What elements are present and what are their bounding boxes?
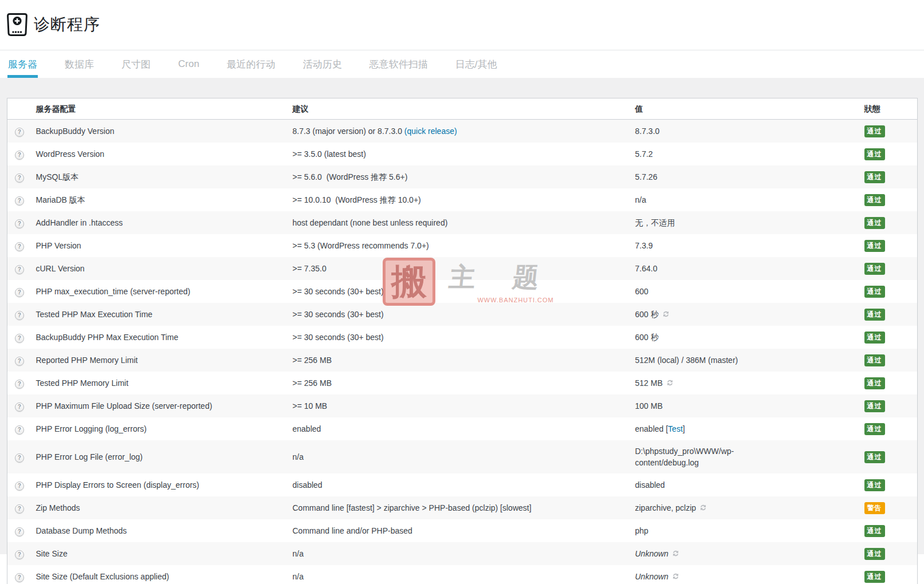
- table-row: ? PHP Version >= 5.3 (WordPress recommen…: [7, 234, 918, 257]
- help-icon[interactable]: ?: [15, 482, 24, 491]
- value-text: 8.7.3.0: [635, 127, 660, 136]
- value-text: ziparchive, pclzip: [635, 503, 697, 512]
- suggestion-text: >= 30 seconds (30+ best): [293, 287, 384, 296]
- table-row: ? PHP max_execution_time (server-reporte…: [7, 280, 918, 303]
- status-badge: 通过: [864, 240, 885, 252]
- tab-cron[interactable]: Cron: [178, 50, 199, 78]
- value-text: 7.64.0: [635, 264, 658, 273]
- value-text: php: [635, 526, 648, 535]
- value-end: ]: [683, 424, 685, 433]
- suggestion-text: >= 10 MB: [293, 401, 328, 411]
- diagnostics-page: 诊断程序 服务器数据库尺寸图Cron最近的行动活动历史恶意软件扫描日志/其他 服…: [0, 0, 924, 584]
- help-icon[interactable]: ?: [15, 403, 24, 412]
- value-text: 5.7.26: [635, 172, 658, 181]
- table-row: ? MySQL版本 >= 5.6.0 (WordPress 推荐 5.6+) 5…: [7, 165, 918, 188]
- help-icon[interactable]: ?: [15, 334, 24, 343]
- suggestion-text: >= 256 MB: [293, 356, 332, 365]
- refresh-icon[interactable]: [662, 309, 670, 321]
- tab-database[interactable]: 数据库: [65, 50, 94, 78]
- config-label: Zip Methods: [36, 503, 80, 512]
- col-status: 狀態: [864, 98, 918, 120]
- status-badge: 通过: [864, 479, 885, 491]
- config-label: WordPress Version: [36, 149, 105, 159]
- status-badge: 通过: [864, 217, 885, 229]
- config-label: Tested PHP Memory Limit: [36, 378, 129, 388]
- help-icon[interactable]: ?: [15, 425, 24, 435]
- table-row: ? Site Size n/a Unknown 通过: [7, 542, 918, 565]
- table-row: ? Site Size (Default Exclusions applied)…: [7, 565, 918, 584]
- config-label: PHP Display Errors to Screen (display_er…: [36, 480, 199, 490]
- value-text: D:\phpstudy_pro\WWW/wp-: [635, 447, 734, 456]
- help-icon[interactable]: ?: [15, 311, 24, 320]
- backupbuddy-diagnostics-icon: [6, 13, 29, 37]
- config-label: AddHandler in .htaccess: [36, 218, 123, 227]
- suggestion-text: >= 10.0.10 (WordPress 推荐 10.0+): [293, 195, 421, 204]
- refresh-icon[interactable]: [672, 549, 679, 560]
- help-icon[interactable]: ?: [15, 196, 24, 206]
- status-badge: 通过: [864, 400, 885, 412]
- refresh-icon[interactable]: [699, 503, 707, 514]
- status-badge: 通过: [864, 194, 885, 206]
- suggestion-text: >= 30 seconds (30+ best): [293, 310, 384, 319]
- status-badge: 通过: [864, 148, 885, 160]
- value-text: 5.7.2: [635, 149, 653, 159]
- help-icon[interactable]: ?: [15, 173, 24, 183]
- status-badge: 通过: [864, 125, 885, 137]
- help-icon[interactable]: ?: [15, 550, 24, 559]
- status-badge: 警告: [864, 502, 885, 514]
- help-icon[interactable]: ?: [15, 357, 24, 366]
- suggestion-text: >= 5.6.0 (WordPress 推荐 5.6+): [293, 172, 408, 181]
- tab-size-map[interactable]: 尺寸图: [121, 50, 151, 78]
- status-badge: 通过: [864, 354, 885, 366]
- config-label: PHP Error Log File (error_log): [36, 452, 143, 461]
- tab-logs-other[interactable]: 日志/其他: [455, 50, 497, 78]
- table-row: ? BackupBuddy PHP Max Execution Time >= …: [7, 326, 918, 349]
- refresh-icon[interactable]: [672, 571, 679, 583]
- suggestion-text: >= 7.35.0: [293, 264, 327, 273]
- table-row: ? Database Dump Methods Command line and…: [7, 519, 918, 542]
- tab-recent-actions[interactable]: 最近的行动: [227, 50, 276, 78]
- tab-activity-history[interactable]: 活动历史: [303, 50, 342, 78]
- help-icon[interactable]: ?: [15, 527, 24, 536]
- help-icon[interactable]: ?: [15, 288, 24, 297]
- help-icon[interactable]: ?: [15, 453, 24, 463]
- help-icon[interactable]: ?: [15, 242, 24, 251]
- value-text: 7.3.9: [635, 241, 653, 250]
- table-row: ? BackupBuddy Version 8.7.3 (major versi…: [7, 120, 918, 143]
- status-badge: 通过: [864, 571, 885, 583]
- tab-malware-scan[interactable]: 恶意软件扫描: [369, 50, 428, 78]
- title-row: 诊断程序: [6, 13, 913, 37]
- value-link[interactable]: Test: [668, 424, 683, 433]
- config-label: cURL Version: [36, 264, 85, 273]
- status-badge: 通过: [864, 286, 885, 298]
- refresh-icon[interactable]: [666, 378, 674, 389]
- suggestion-text: disabled: [293, 480, 323, 490]
- col-config: 服务器配置: [36, 98, 293, 120]
- help-icon[interactable]: ?: [15, 151, 24, 160]
- config-label: MariaDB 版本: [36, 195, 85, 204]
- value-text: Unknown: [635, 549, 669, 558]
- suggestion-link[interactable]: (quick release): [404, 127, 457, 136]
- help-icon[interactable]: ?: [15, 504, 24, 514]
- table-row: ? WordPress Version >= 3.5.0 (latest bes…: [7, 143, 918, 165]
- table-row: ? Reported PHP Memory Limit >= 256 MB 51…: [7, 349, 918, 372]
- page-title: 诊断程序: [34, 14, 100, 35]
- status-badge: 通过: [864, 423, 885, 435]
- suggestion-text: >= 256 MB: [293, 378, 332, 388]
- value-text: 512M (local) / 386M (master): [635, 356, 738, 365]
- value-text: 512 MB: [635, 378, 663, 388]
- help-icon[interactable]: ?: [15, 573, 24, 582]
- value-text: 600: [635, 287, 648, 296]
- table-row: ? PHP Maximum File Upload Size (server-r…: [7, 394, 918, 417]
- help-icon[interactable]: ?: [15, 219, 24, 228]
- table-row: ? PHP Display Errors to Screen (display_…: [7, 473, 918, 496]
- help-icon[interactable]: ?: [15, 265, 24, 274]
- tab-server[interactable]: 服务器: [8, 50, 37, 78]
- help-icon[interactable]: ?: [15, 380, 24, 389]
- table-row: ? cURL Version >= 7.35.0 7.64.0 通过: [7, 257, 918, 280]
- help-icon[interactable]: ?: [15, 128, 24, 137]
- value-text: 600 秒: [635, 310, 659, 319]
- suggestion-text: enabled: [293, 424, 321, 433]
- col-help: [7, 98, 36, 120]
- value-line2: content/debug.log: [635, 457, 860, 468]
